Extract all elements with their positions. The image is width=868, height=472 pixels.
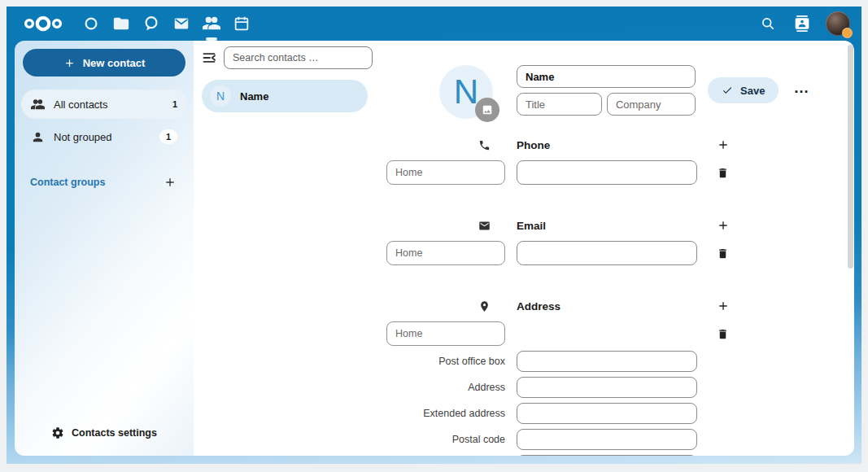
calendar-icon (233, 15, 251, 33)
delete-phone-button[interactable] (715, 165, 731, 181)
extended-address-input[interactable] (517, 403, 697, 424)
contact-detail-header: N (439, 65, 854, 119)
add-group-button[interactable] (162, 174, 178, 190)
postal-code-label: Postal code (452, 434, 505, 445)
trash-icon (717, 328, 729, 340)
phone-section-title: Phone (517, 139, 697, 151)
phone-section-header: Phone (386, 137, 854, 151)
email-value-input[interactable] (517, 241, 697, 265)
contact-list-item[interactable]: N Name (202, 80, 368, 112)
check-icon (722, 85, 733, 96)
contact-name: Name (240, 90, 268, 103)
phone-value-input[interactable] (517, 160, 697, 185)
mail-icon (172, 15, 190, 33)
address-type-select[interactable]: Home (386, 321, 505, 346)
contact-company-input[interactable] (607, 93, 696, 116)
email-icon (478, 220, 491, 232)
user-avatar[interactable] (826, 11, 850, 36)
unified-search-button[interactable] (757, 13, 779, 34)
talk-icon (142, 15, 160, 33)
extended-address-label: Extended address (423, 408, 505, 419)
sidebar: New contact All contacts 1 Not grouped 1… (15, 41, 194, 456)
delete-address-button[interactable] (715, 326, 731, 342)
app-content: New contact All contacts 1 Not grouped 1… (15, 41, 854, 456)
contact-name-input[interactable] (517, 65, 696, 88)
address-section-title: Address (517, 300, 697, 312)
save-button[interactable]: Save (708, 77, 779, 103)
contact-detail: N (374, 41, 854, 456)
app-files-button[interactable] (108, 7, 134, 41)
address-field-row: Post office box (386, 351, 854, 372)
user-status-dot (842, 28, 853, 38)
contacts-menu-icon (794, 15, 810, 32)
contacts-settings-button[interactable]: Contacts settings (20, 417, 188, 449)
app-dashboard-button[interactable] (78, 7, 104, 41)
city-input[interactable] (517, 455, 697, 456)
post-office-box-input[interactable] (517, 351, 697, 372)
photo-icon (482, 104, 493, 116)
contact-groups-title: Contact groups (30, 177, 162, 188)
email-section-header: Email (386, 217, 854, 232)
address-field-row: City (386, 455, 854, 456)
nextcloud-logo-icon[interactable] (23, 15, 63, 33)
collapse-navigation-icon[interactable] (202, 50, 216, 65)
map-pin-icon (478, 300, 491, 312)
trash-icon (717, 167, 729, 179)
email-type-select[interactable]: Home (386, 241, 505, 265)
address-field-row: Address (386, 377, 854, 398)
plus-icon (717, 138, 730, 151)
plus-icon (164, 176, 177, 189)
phone-icon (478, 139, 491, 151)
app-calendar-button[interactable] (229, 7, 255, 41)
app-menu (78, 7, 255, 41)
search-contacts-input[interactable] (224, 46, 373, 69)
add-phone-button[interactable] (715, 137, 731, 153)
email-section-title: Email (517, 220, 697, 232)
all-contacts-count: 1 (172, 99, 177, 109)
address-field-row: Extended address (386, 403, 854, 424)
address-type-row: Home (386, 321, 854, 346)
add-email-button[interactable] (715, 217, 731, 234)
contacts-settings-label: Contacts settings (72, 427, 157, 439)
contact-avatar: N (210, 85, 231, 107)
more-actions-button[interactable]: … (788, 76, 814, 98)
address-field-row: Postal code (386, 429, 854, 450)
phone-type-select[interactable]: Home (386, 160, 505, 185)
address-section-header: Address (386, 298, 854, 312)
plus-icon (717, 299, 730, 312)
contacts-menu-button[interactable] (792, 13, 813, 34)
upload-photo-button[interactable] (475, 98, 499, 122)
address-label: Address (468, 382, 505, 393)
person-icon (31, 130, 45, 144)
add-address-button[interactable] (715, 298, 731, 314)
top-right-actions (757, 11, 850, 36)
search-icon (760, 15, 776, 32)
contact-title-input[interactable] (517, 93, 602, 116)
top-bar (7, 7, 861, 41)
trash-icon (717, 247, 729, 260)
contact-list: N Name (194, 41, 374, 456)
new-contact-button[interactable]: New contact (23, 49, 185, 76)
sidebar-item-not-grouped[interactable]: Not grouped 1 (21, 122, 187, 151)
folder-icon (112, 15, 130, 33)
people-icon (31, 98, 45, 111)
plus-icon (717, 219, 730, 232)
postal-code-input[interactable] (517, 429, 697, 450)
detail-scrollbar[interactable] (848, 45, 853, 269)
sidebar-item-label: All contacts (54, 98, 107, 111)
nextcloud-app: New contact All contacts 1 Not grouped 1… (7, 7, 861, 464)
sidebar-item-label: Not grouped (54, 131, 112, 143)
delete-email-button[interactable] (715, 246, 731, 261)
app-contacts-button[interactable] (198, 7, 225, 41)
app-mail-button[interactable] (168, 7, 194, 41)
email-row: Home (386, 241, 854, 265)
sidebar-item-all-contacts[interactable]: All contacts 1 (21, 90, 187, 119)
app-talk-button[interactable] (138, 7, 164, 41)
phone-row: Home (386, 160, 854, 185)
dashboard-icon (82, 15, 100, 33)
not-grouped-count: 1 (159, 129, 177, 144)
gear-icon (51, 426, 64, 439)
plus-icon (63, 57, 76, 69)
address-input[interactable] (517, 377, 697, 398)
contacts-icon (203, 15, 220, 33)
